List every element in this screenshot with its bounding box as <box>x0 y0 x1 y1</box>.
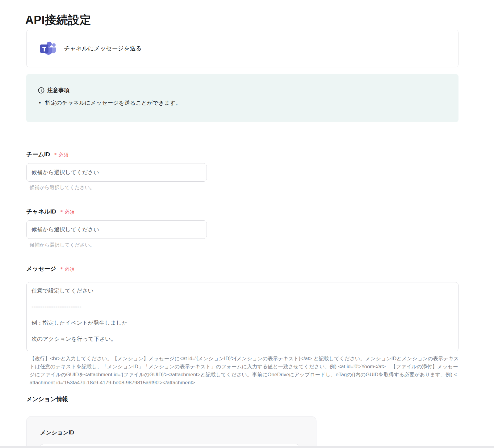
action-summary-card: チャネルにメッセージを送る <box>26 30 458 67</box>
page-title: API接続設定 <box>25 13 91 27</box>
required-badge: ＊必須 <box>59 209 75 215</box>
mention-id-label: メンションID <box>40 429 74 436</box>
message-textarea[interactable] <box>26 282 458 351</box>
note-title: 注意事項 <box>47 87 69 94</box>
team-id-label: チームID ＊必須 <box>26 150 69 158</box>
bullet-icon: • <box>39 99 41 107</box>
api-connection-settings-page: API接続設定 チャネルにメッセージを送る 注意事項 • 指定のチ <box>0 0 494 448</box>
bottom-edge-strip <box>0 446 494 448</box>
message-label: メッセージ ＊必須 <box>26 265 75 273</box>
mention-section-heading: メンション情報 <box>26 395 68 403</box>
team-id-input[interactable] <box>26 163 207 182</box>
note-header: 注意事項 <box>38 87 447 94</box>
channel-id-label-text: チャネルID <box>26 208 56 216</box>
channel-id-helper-text: 候補から選択してください。 <box>30 242 95 248</box>
message-helper-text: 【改行】<br>と入力してください。【メンション】メッセージに<at id='{… <box>30 354 459 387</box>
required-badge: ＊必須 <box>53 152 69 158</box>
microsoft-teams-icon <box>40 41 57 56</box>
action-label: チャネルにメッセージを送る <box>64 44 142 53</box>
note-box: 注意事項 • 指定のチャネルにメッセージを送ることができます。 <box>26 74 458 122</box>
team-id-label-text: チームID <box>26 150 50 158</box>
channel-id-input[interactable] <box>26 220 207 239</box>
channel-id-label: チャネルID ＊必須 <box>26 208 75 216</box>
note-item-text: 指定のチャネルにメッセージを送ることができます。 <box>45 99 181 107</box>
required-badge: ＊必須 <box>59 266 75 273</box>
message-label-text: メッセージ <box>26 265 56 273</box>
note-list-item: • 指定のチャネルにメッセージを送ることができます。 <box>38 99 447 107</box>
info-icon <box>38 87 44 94</box>
team-id-helper-text: 候補から選択してください。 <box>30 184 95 191</box>
